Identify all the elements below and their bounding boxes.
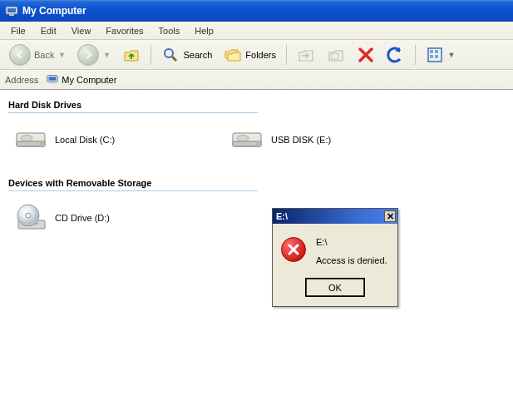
chevron-down-icon: ▼ (57, 51, 66, 59)
dialog-line1: E:\ (316, 237, 387, 247)
forward-arrow-icon (77, 44, 99, 66)
up-button[interactable] (117, 42, 146, 67)
svg-line-4 (172, 57, 176, 61)
drive-label: Local Disk (C:) (55, 135, 115, 145)
group-hard-disks-header: Hard Disk Drives (8, 100, 258, 113)
svg-rect-8 (435, 50, 438, 53)
svg-point-3 (165, 49, 173, 57)
address-value: My Computer (62, 75, 116, 85)
svg-point-21 (237, 136, 249, 141)
forward-button[interactable]: ▼ (72, 41, 116, 69)
svg-rect-9 (430, 55, 433, 58)
error-dialog: E:\ ✕ E:\ Access is denied. OK (272, 208, 398, 307)
drive-cd-d[interactable]: CD Drive (D:) (13, 203, 180, 233)
address-field[interactable]: My Computer (43, 72, 508, 87)
svg-rect-2 (9, 14, 14, 16)
menu-file[interactable]: File (3, 23, 33, 38)
delete-button[interactable] (352, 42, 380, 67)
separator (415, 45, 416, 65)
separator (150, 45, 151, 65)
search-button[interactable]: Search (156, 42, 217, 67)
svg-rect-10 (435, 55, 438, 58)
menu-help[interactable]: Help (187, 23, 221, 38)
error-icon (281, 237, 306, 262)
search-icon (161, 46, 180, 64)
delete-x-icon (357, 46, 375, 64)
app-icon (5, 4, 18, 17)
hard-drive-icon (13, 125, 48, 155)
chevron-down-icon: ▼ (447, 51, 456, 59)
back-label: Back (34, 50, 54, 60)
svg-rect-12 (49, 77, 57, 80)
dialog-text: E:\ Access is denied. (316, 237, 387, 265)
my-computer-icon (47, 73, 58, 86)
window-title: My Computer (22, 5, 86, 17)
hard-drive-icon (229, 125, 264, 155)
ok-button[interactable]: OK (306, 279, 364, 296)
drive-usb-e[interactable]: USB DISK (E:) (229, 125, 396, 155)
toolbar: Back ▼ ▼ Search (0, 40, 513, 70)
moveto-button[interactable] (292, 42, 320, 67)
menu-favorites[interactable]: Favorites (98, 23, 150, 38)
views-icon (426, 46, 444, 64)
folders-button[interactable]: Folders (219, 42, 281, 67)
group-removable-items: CD Drive (D:) (13, 203, 506, 233)
svg-point-20 (257, 143, 259, 146)
dialog-line2: Access is denied. (316, 255, 387, 265)
menu-tools[interactable]: Tools (151, 23, 188, 38)
titlebar: My Computer (0, 0, 513, 22)
back-arrow-icon (9, 44, 31, 66)
menu-edit[interactable]: Edit (33, 23, 64, 38)
dialog-titlebar[interactable]: E:\ ✕ (273, 209, 397, 224)
back-button[interactable]: Back ▼ (4, 41, 71, 69)
close-icon: ✕ (387, 211, 394, 221)
svg-point-25 (26, 213, 31, 218)
svg-rect-7 (430, 50, 433, 53)
menubar: File Edit View Favorites Tools Help (0, 22, 513, 40)
menu-view[interactable]: View (64, 23, 99, 38)
group-hard-disks-items: Local Disk (C:) USB DISK (E:) (13, 125, 506, 155)
close-button[interactable]: ✕ (384, 210, 396, 222)
search-label: Search (183, 50, 212, 60)
dialog-buttons: OK (273, 274, 397, 306)
address-bar: Address My Computer (0, 70, 513, 90)
folder-up-icon (122, 46, 141, 64)
address-label: Address (5, 75, 38, 85)
folders-label: Folders (245, 50, 276, 60)
undo-icon (387, 46, 405, 64)
copyto-button[interactable] (322, 42, 350, 67)
cd-drive-icon (13, 203, 48, 233)
group-removable-header: Devices with Removable Storage (8, 178, 258, 191)
content-area: Hard Disk Drives Local Disk (C:) (0, 90, 513, 420)
dialog-body: E:\ Access is denied. (273, 224, 397, 274)
undo-button[interactable] (382, 42, 410, 67)
drive-label: USB DISK (E:) (271, 135, 331, 145)
views-button[interactable]: ▼ (421, 42, 461, 67)
separator (286, 45, 287, 65)
folders-icon (224, 46, 242, 64)
svg-rect-13 (51, 82, 55, 83)
moveto-icon (297, 46, 315, 64)
drive-local-c[interactable]: Local Disk (C:) (13, 125, 180, 155)
copyto-icon (327, 46, 345, 64)
svg-point-16 (41, 143, 43, 146)
dialog-title: E:\ (276, 211, 288, 221)
svg-rect-1 (7, 8, 16, 12)
drive-label: CD Drive (D:) (55, 213, 110, 223)
svg-rect-5 (332, 53, 338, 59)
chevron-down-icon: ▼ (102, 51, 111, 59)
svg-point-17 (21, 136, 32, 141)
